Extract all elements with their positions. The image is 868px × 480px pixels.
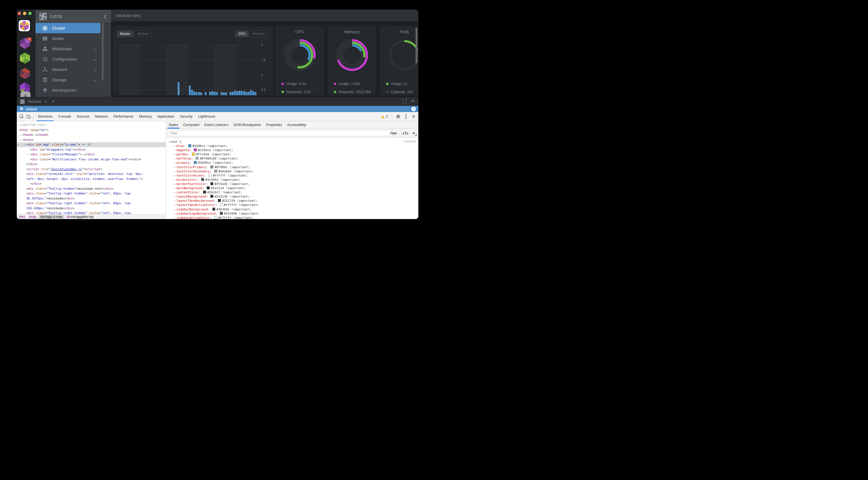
- sidebar-tab-event-listeners[interactable]: Event Listeners: [202, 122, 231, 129]
- inspect-element-icon[interactable]: [19, 114, 24, 119]
- dom-tree-row[interactable]: </div>: [17, 162, 166, 167]
- css-property-row[interactable]: --borderFaintColor: #373a3e !important;: [166, 182, 418, 186]
- sidebar-tab-computed[interactable]: Computed: [181, 122, 202, 129]
- css-property-row[interactable]: --mainBackground: #1e2124 !important;: [166, 186, 418, 190]
- color-swatch[interactable]: [210, 165, 213, 169]
- pseudo-state-toggle[interactable]: :hov: [389, 131, 397, 135]
- color-swatch[interactable]: [201, 178, 204, 181]
- chevron-down-icon[interactable]: [93, 78, 96, 81]
- color-swatch[interactable]: [194, 161, 197, 164]
- css-property-row[interactable]: --blue: #3d90ce !important;: [166, 144, 418, 148]
- sidebar-tab-dom-breakpoints[interactable]: DOM Breakpoints: [231, 122, 264, 129]
- device-toolbar-icon[interactable]: [26, 114, 31, 119]
- namespace-label[interactable]: default: [26, 107, 37, 111]
- tab-network[interactable]: Network: [92, 112, 111, 121]
- color-swatch[interactable]: [194, 148, 197, 151]
- cluster-icon[interactable]: [20, 53, 30, 64]
- sidebar-tab-properties[interactable]: Properties: [264, 122, 285, 129]
- css-property-row[interactable]: --contentColor: #262b2f !important;: [166, 190, 418, 195]
- css-property-row[interactable]: --sidebarBackground: #36393e !important;: [166, 207, 418, 211]
- css-property-row[interactable]: --golden: #ffc63d !important;: [166, 152, 418, 157]
- sidebar-tab-styles[interactable]: Styles: [166, 122, 181, 129]
- css-property-row[interactable]: --textColorPrimary: #87909c !important;: [166, 165, 418, 169]
- color-swatch[interactable]: [212, 208, 215, 211]
- tab-performance[interactable]: Performance: [111, 112, 136, 121]
- sidebar-tab-accessibility[interactable]: Accessibility: [285, 122, 309, 129]
- dom-tree-row[interactable]: 150.438px;">minikube</div>: [17, 206, 166, 211]
- tab-security[interactable]: Security: [177, 112, 195, 121]
- tab-sources[interactable]: Sources: [74, 112, 92, 121]
- css-property-row[interactable]: --textColorSecondary: #a0a0a0 !important…: [166, 169, 418, 173]
- element-classes-toggle[interactable]: .cls: [401, 131, 408, 135]
- zoom-button[interactable]: [28, 12, 32, 15]
- breadcrumb-item[interactable]: html: [17, 214, 27, 219]
- sidebar-item-cluster[interactable]: Cluster: [35, 23, 100, 33]
- styles-filter-input[interactable]: [168, 130, 393, 136]
- color-swatch[interactable]: [218, 199, 221, 202]
- sidebar-item-workloads[interactable]: Workloads: [35, 43, 100, 54]
- chevron-down-icon[interactable]: [93, 68, 96, 71]
- dom-tree-row[interactable]: <div class="terminal-init" style="positi…: [17, 172, 166, 177]
- dom-tree-row[interactable]: ⋯▾<div id="app" class="is-mac"> == $0: [17, 142, 166, 147]
- dom-tree-row[interactable]: <div class="Tooltip hidden">minikube-tes…: [17, 186, 166, 192]
- twisty-icon[interactable]: ▾: [23, 142, 26, 147]
- minimize-button[interactable]: [23, 12, 26, 15]
- sidebar-item-configuration[interactable]: Configuration: [35, 54, 100, 64]
- devtools-close-icon[interactable]: ✕: [412, 114, 415, 119]
- dom-tree-row[interactable]: ▸<head>…</head>: [17, 132, 166, 137]
- metric-cpu-button[interactable]: CPU: [235, 30, 248, 37]
- dom-tree-row[interactable]: <div class="Tooltip right hidden" style=…: [17, 201, 166, 206]
- sidebar-item-storage[interactable]: Storage: [35, 75, 100, 85]
- twisty-icon[interactable]: ▸: [19, 133, 22, 138]
- metric-memory-button[interactable]: Memory: [250, 30, 268, 37]
- twisty-icon[interactable]: ▸: [27, 152, 30, 157]
- terminal-tab[interactable]: Terminal: [27, 99, 41, 104]
- node-worker-button[interactable]: Worker: [134, 30, 151, 37]
- css-selector[interactable]: :root {: [166, 140, 418, 144]
- color-swatch[interactable]: [195, 157, 198, 160]
- node-master-button[interactable]: Master: [117, 30, 133, 37]
- color-swatch[interactable]: [214, 216, 217, 219]
- chevron-down-icon[interactable]: [93, 47, 96, 50]
- dom-tree-row[interactable]: left: 0px; height: 0px; visibility: hidd…: [17, 177, 166, 182]
- color-swatch[interactable]: [210, 182, 213, 185]
- terminal-add-icon[interactable]: +: [52, 99, 55, 104]
- dom-tree-row[interactable]: <script src="/build/LensDev.js"></script…: [17, 167, 166, 172]
- tab-elements[interactable]: Elements: [35, 112, 55, 121]
- terminal-close-icon[interactable]: ×: [44, 99, 47, 104]
- help-button[interactable]: ?: [411, 107, 416, 111]
- tab-application[interactable]: Application: [154, 112, 177, 121]
- color-swatch[interactable]: [220, 212, 223, 215]
- sidebar-scrollbar[interactable]: [102, 23, 104, 81]
- overflow-dots[interactable]: ⋯: [17, 142, 19, 147]
- cluster-icon-active[interactable]: 3: [19, 20, 30, 31]
- css-property-row[interactable]: --magenta: #c93dce !important;: [166, 148, 418, 152]
- dom-tree-row[interactable]: <!DOCTYPE html>: [17, 123, 166, 128]
- console-warnings[interactable]: 2: [381, 114, 388, 118]
- css-property-row[interactable]: --layoutTabsBackground: #252729 !importa…: [166, 199, 418, 203]
- css-property-row[interactable]: --layoutTabsActiveColor: #ffffff !import…: [166, 203, 418, 207]
- tab-memory[interactable]: Memory: [136, 112, 154, 121]
- color-swatch[interactable]: [207, 186, 210, 190]
- collapse-sidebar-icon[interactable]: [104, 14, 108, 18]
- chevron-down-icon[interactable]: [93, 58, 96, 61]
- color-swatch[interactable]: [214, 170, 217, 173]
- dom-tree-row[interactable]: </div>: [17, 181, 166, 186]
- dom-tree-row[interactable]: ▾<body>: [17, 137, 166, 142]
- css-property-row[interactable]: --sidebarActiveColor: #ffffff !important…: [166, 216, 418, 219]
- color-swatch[interactable]: [192, 152, 195, 156]
- collapse-dock-icon[interactable]: [411, 100, 415, 104]
- sidebar-item-namespaces[interactable]: Namespaces: [35, 85, 100, 95]
- fullscreen-icon[interactable]: [403, 99, 407, 103]
- tab-lighthouse[interactable]: Lighthouse: [195, 112, 218, 121]
- color-swatch[interactable]: [209, 174, 212, 177]
- breadcrumb-item[interactable]: body: [27, 214, 38, 219]
- css-property-row[interactable]: --textColorAccent: #ffffff !important;: [166, 173, 418, 178]
- main-scrollbar[interactable]: [415, 28, 417, 63]
- dom-tree-row[interactable]: 95.4375px;">minikube</div>: [17, 196, 166, 201]
- dom-tree-row[interactable]: <div class="Tooltip right hidden" style=…: [17, 191, 166, 196]
- dom-tree-row[interactable]: <html lang="en">: [17, 128, 166, 133]
- more-options-icon[interactable]: [405, 116, 407, 117]
- color-swatch[interactable]: [188, 144, 191, 147]
- new-style-rule-button[interactable]: +: [412, 131, 415, 136]
